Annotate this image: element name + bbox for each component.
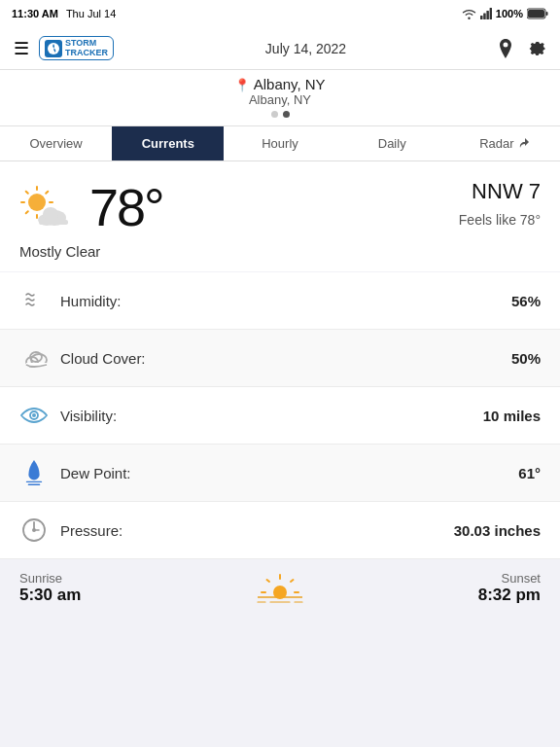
- sunrise-icon: [256, 572, 304, 605]
- humidity-row: Humidity: 56%: [0, 272, 560, 330]
- location-icon[interactable]: [498, 39, 513, 58]
- tab-currents[interactable]: Currents: [112, 126, 224, 160]
- top-nav-right: [498, 39, 546, 58]
- svg-rect-6: [546, 12, 548, 16]
- wind-display: NNW 7: [459, 179, 541, 204]
- pressure-row: Pressure: 30.03 inches: [0, 502, 560, 559]
- svg-point-34: [273, 586, 287, 599]
- svg-point-19: [43, 207, 58, 221]
- dew-point-label: Dew Point:: [60, 465, 131, 481]
- humidity-value: 56%: [511, 293, 541, 309]
- settings-icon[interactable]: [527, 39, 546, 58]
- time-display: 11:30 AM: [12, 8, 58, 19]
- location-header: 📍 Albany, NY Albany, NY: [0, 70, 560, 126]
- status-left: 11:30 AM Thu Jul 14: [12, 8, 116, 19]
- svg-point-8: [28, 194, 46, 211]
- svg-rect-3: [489, 8, 491, 19]
- humidity-icon: [19, 286, 49, 315]
- app-logo: STORM TRACKER: [39, 36, 114, 61]
- visibility-label: Visibility:: [60, 408, 117, 424]
- cloud-cover-value: 50%: [511, 350, 541, 367]
- pressure-value: 30.03 inches: [454, 522, 541, 539]
- pressure-icon: [19, 516, 49, 545]
- temperature-display: 78°: [89, 177, 163, 237]
- sunset-info: Sunset 8:32 pm: [478, 571, 541, 605]
- dot-1: [271, 111, 278, 118]
- weather-details: Humidity: 56% Cloud Cover: 50%: [0, 272, 560, 559]
- weather-left: 78° Mostly Clear: [19, 177, 163, 260]
- cloud-cover-row: Cloud Cover: 50%: [0, 330, 560, 387]
- sun-row: Sunrise 5:30 am Sunset 8:32 pm: [0, 559, 560, 617]
- battery-icon: [527, 8, 548, 19]
- eye-icon: [19, 401, 49, 430]
- menu-button[interactable]: ☰: [14, 38, 29, 59]
- cloud-icon: [19, 343, 49, 373]
- dewpoint-icon: [19, 458, 49, 487]
- svg-rect-2: [486, 11, 489, 19]
- location-name: 📍 Albany, NY: [0, 76, 560, 92]
- svg-rect-5: [528, 10, 544, 18]
- svg-rect-1: [483, 14, 486, 20]
- sunrise-info: Sunrise 5:30 am: [19, 571, 81, 605]
- battery-display: 100%: [496, 8, 523, 19]
- humidity-label: Humidity:: [60, 293, 122, 309]
- visibility-row: Visibility: 10 miles: [0, 387, 560, 445]
- weather-main: 78° Mostly Clear NNW 7 Feels like 78°: [0, 161, 560, 271]
- tab-radar[interactable]: Radar: [448, 126, 560, 160]
- tab-overview[interactable]: Overview: [0, 126, 112, 160]
- sunrise-time: 5:30 am: [19, 586, 81, 605]
- visibility-left: Visibility:: [19, 401, 117, 430]
- cloud-cover-left: Cloud Cover:: [19, 343, 146, 373]
- nav-date: July 14, 2022: [265, 41, 346, 56]
- storm-icon: [47, 42, 60, 55]
- pressure-left: Pressure:: [19, 516, 122, 545]
- sun-center-icon: [256, 572, 304, 605]
- dot-2: [283, 111, 290, 118]
- svg-point-26: [32, 413, 36, 417]
- sunrise-label: Sunrise: [19, 571, 81, 586]
- svg-line-37: [291, 580, 294, 582]
- weather-condition-icon: [19, 185, 74, 230]
- pin-icon: 📍: [234, 78, 250, 92]
- weather-icon-temp: 78°: [19, 177, 163, 237]
- cloud-cover-label: Cloud Cover:: [60, 350, 146, 367]
- svg-rect-0: [480, 16, 483, 19]
- humidity-left: Humidity:: [19, 286, 122, 315]
- pressure-label: Pressure:: [60, 522, 122, 539]
- weather-description: Mostly Clear: [19, 243, 163, 260]
- top-nav-left: ☰ STORM TRACKER: [14, 36, 114, 61]
- tab-hourly[interactable]: Hourly: [224, 126, 335, 160]
- logo-icon: [45, 40, 62, 57]
- dew-point-value: 61°: [518, 465, 541, 481]
- status-right: 100%: [462, 8, 548, 19]
- dew-point-left: Dew Point:: [19, 458, 131, 487]
- share-icon: [517, 138, 529, 150]
- svg-line-15: [46, 192, 48, 194]
- sunset-label: Sunset: [478, 571, 541, 586]
- svg-line-16: [26, 211, 28, 213]
- status-bar: 11:30 AM Thu Jul 14 100%: [0, 0, 560, 27]
- mostly-clear-icon: [19, 185, 74, 230]
- date-display: Thu Jul 14: [66, 8, 116, 19]
- feels-like: Feels like 78°: [459, 212, 541, 228]
- tab-daily[interactable]: Daily: [336, 126, 448, 160]
- top-nav: ☰ STORM TRACKER July 14, 2022: [0, 27, 560, 70]
- svg-rect-20: [39, 220, 68, 225]
- visibility-value: 10 miles: [483, 408, 541, 424]
- page-dots: [0, 111, 560, 118]
- tab-bar: Overview Currents Hourly Daily Radar: [0, 126, 560, 161]
- dew-point-row: Dew Point: 61°: [0, 445, 560, 502]
- svg-line-36: [266, 580, 269, 582]
- wifi-icon: [462, 8, 476, 19]
- svg-line-13: [26, 192, 28, 194]
- weather-right: NNW 7 Feels like 78°: [459, 177, 541, 228]
- location-subtitle: Albany, NY: [0, 92, 560, 107]
- logo-text: STORM TRACKER: [65, 39, 108, 58]
- sunset-time: 8:32 pm: [478, 586, 541, 605]
- signal-icon: [480, 8, 492, 19]
